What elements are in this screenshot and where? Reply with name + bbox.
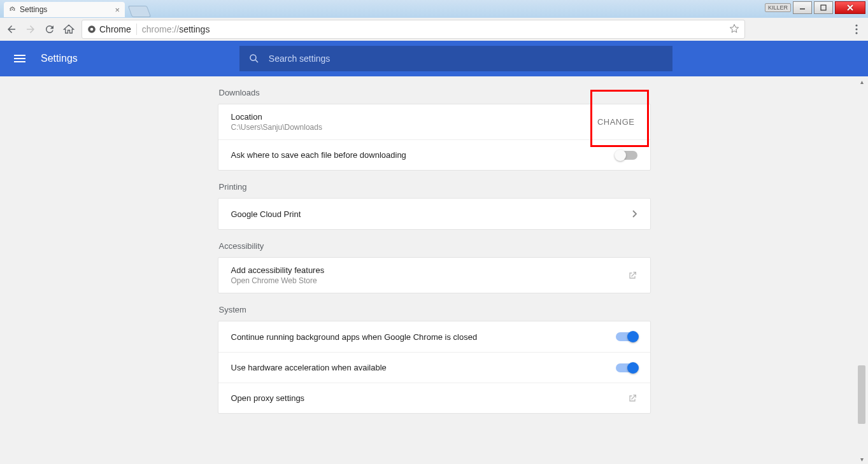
forward-button[interactable]: [24, 23, 37, 36]
reload-button[interactable]: [43, 23, 56, 36]
download-location-row: Location C:\Users\Sanju\Downloads CHANGE: [218, 104, 650, 139]
location-label: Location: [231, 112, 322, 122]
svg-point-5: [90, 28, 94, 31]
site-label: Chrome: [99, 24, 131, 34]
back-icon: [6, 24, 17, 35]
chrome-icon: [87, 25, 96, 34]
proxy-row[interactable]: Open proxy settings: [218, 383, 650, 413]
svg-point-6: [855, 24, 857, 26]
close-window-button[interactable]: [835, 1, 865, 14]
browser-tab-settings[interactable]: ⚙ Settings ×: [4, 2, 125, 17]
menu-button[interactable]: [14, 55, 25, 62]
reload-icon: [44, 24, 55, 35]
killer-tag: KILLER: [765, 3, 791, 12]
external-link-icon: [627, 393, 637, 404]
hardware-accel-row: Use hardware acceleration when available: [218, 352, 650, 383]
settings-header: Settings Search settings: [0, 41, 868, 76]
close-icon: [846, 4, 854, 11]
section-title-accessibility: Accessibility: [219, 241, 651, 251]
url-text: chrome://settings: [142, 24, 210, 34]
gear-icon: ⚙: [9, 5, 16, 14]
section-title-printing: Printing: [219, 182, 651, 192]
add-accessibility-row[interactable]: Add accessibility features Open Chrome W…: [218, 258, 650, 293]
chevron-right-icon: [632, 210, 637, 218]
downloads-card: Location C:\Users\Sanju\Downloads CHANGE…: [218, 104, 651, 171]
tab-strip: ⚙ Settings ×: [4, 2, 149, 17]
window-controls: KILLER: [765, 1, 865, 14]
scroll-up-icon[interactable]: ▴: [857, 76, 867, 87]
background-apps-toggle[interactable]: [616, 332, 637, 341]
location-value: C:\Users\Sanju\Downloads: [231, 123, 322, 132]
home-icon: [63, 24, 75, 35]
svg-point-7: [855, 28, 857, 30]
maximize-icon: [820, 4, 827, 11]
settings-content: Downloads Location C:\Users\Sanju\Downlo…: [0, 76, 868, 464]
section-title-system: System: [219, 305, 651, 314]
ask-save-row: Ask where to save each file before downl…: [218, 139, 650, 170]
gcp-label: Google Cloud Print: [231, 209, 301, 219]
external-link-icon: [627, 271, 637, 281]
back-button[interactable]: [5, 23, 18, 36]
browser-toolbar: Chrome chrome://settings: [0, 18, 868, 41]
scrollbar[interactable]: ▴ ▾: [857, 76, 867, 464]
star-icon: [729, 24, 739, 34]
change-location-button[interactable]: CHANGE: [595, 112, 637, 132]
background-apps-row: Continue running background apps when Go…: [218, 321, 650, 352]
forward-icon: [25, 24, 36, 35]
search-icon: [248, 53, 260, 64]
bg-label: Continue running background apps when Go…: [231, 332, 478, 342]
svg-line-10: [255, 60, 258, 62]
site-chip: Chrome: [87, 24, 131, 34]
hamburger-icon: [14, 55, 25, 56]
accessibility-label: Add accessibility features: [231, 265, 325, 275]
svg-rect-1: [821, 5, 826, 10]
maximize-button[interactable]: [814, 1, 833, 14]
svg-point-9: [250, 55, 256, 60]
omnibox-divider: [136, 24, 137, 35]
ask-save-label: Ask where to save each file before downl…: [231, 150, 406, 160]
bookmark-button[interactable]: [729, 24, 739, 36]
printing-card: Google Cloud Print: [218, 198, 651, 230]
search-placeholder: Search settings: [269, 53, 331, 64]
hardware-accel-toggle[interactable]: [616, 363, 637, 372]
search-settings[interactable]: Search settings: [239, 46, 672, 71]
address-bar[interactable]: Chrome chrome://settings: [82, 20, 745, 39]
ask-save-toggle[interactable]: [616, 151, 637, 160]
minimize-icon: [799, 4, 806, 11]
minimize-button[interactable]: [793, 1, 812, 14]
scroll-thumb[interactable]: [858, 365, 865, 424]
system-card: Continue running background apps when Go…: [218, 321, 651, 414]
settings-page: Settings Search settings Downloads Locat…: [0, 41, 868, 464]
os-titlebar: ⚙ Settings × KILLER: [0, 0, 868, 18]
browser-menu-button[interactable]: [850, 24, 863, 34]
page-title: Settings: [41, 53, 78, 64]
tab-title: Settings: [20, 5, 47, 14]
kebab-icon: [855, 24, 858, 34]
hw-label: Use hardware acceleration when available: [231, 363, 387, 372]
close-tab-icon[interactable]: ×: [115, 5, 120, 15]
google-cloud-print-row[interactable]: Google Cloud Print: [218, 199, 650, 229]
accessibility-card: Add accessibility features Open Chrome W…: [218, 257, 651, 293]
scroll-down-icon[interactable]: ▾: [857, 454, 867, 464]
accessibility-sub: Open Chrome Web Store: [231, 276, 325, 285]
new-tab-button[interactable]: [128, 6, 152, 17]
home-button[interactable]: [62, 23, 75, 36]
proxy-label: Open proxy settings: [231, 393, 305, 403]
svg-point-8: [855, 32, 857, 34]
section-title-downloads: Downloads: [219, 88, 651, 97]
